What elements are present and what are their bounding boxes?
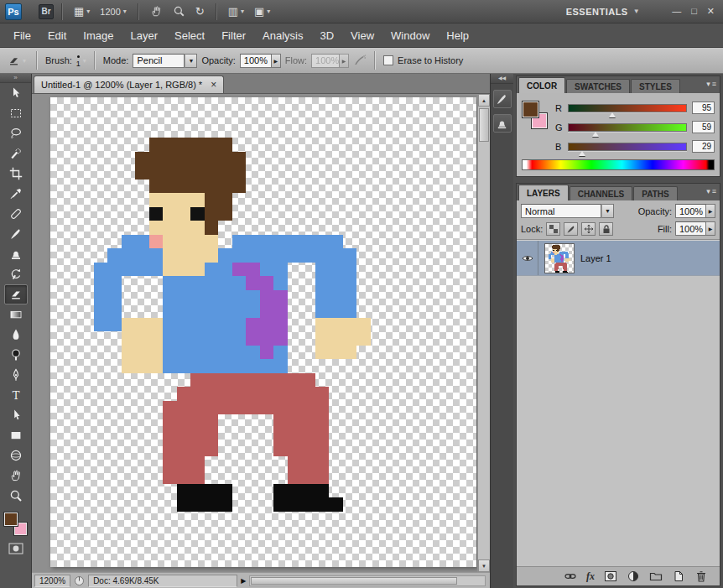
horizontal-scroll-thumb[interactable] [251, 577, 457, 585]
close-button[interactable]: ✕ [707, 6, 715, 17]
clone-source-panel-button[interactable] [493, 114, 512, 133]
minimize-button[interactable]: — [672, 6, 681, 17]
quick-mask-button[interactable] [8, 543, 23, 554]
toolbox-header[interactable]: » [0, 74, 31, 83]
brush-preset-picker[interactable]: 1 ▾ [76, 54, 86, 67]
vertical-scrollbar[interactable]: ▲ ▼ [477, 94, 490, 572]
erase-to-history-checkbox[interactable] [383, 55, 393, 65]
lock-pixels-button[interactable] [564, 222, 578, 236]
green-slider-thumb[interactable] [592, 132, 599, 137]
close-icon[interactable]: × [211, 81, 216, 89]
menu-analysis[interactable]: Analysis [254, 23, 311, 47]
arrange-documents-button[interactable]: ▥ ▾ [225, 4, 247, 18]
green-value-field[interactable]: 59 [692, 121, 715, 133]
add-layer-mask-icon[interactable] [604, 570, 617, 583]
layers-opacity-field[interactable]: 100% [675, 204, 706, 218]
tab-styles[interactable]: STYLES [631, 79, 680, 93]
eraser-tool[interactable] [4, 284, 28, 304]
red-slider[interactable] [568, 104, 687, 112]
menu-image[interactable]: Image [75, 23, 122, 47]
fill-spinner-arrow[interactable]: ▶ [706, 221, 715, 236]
menu-layer[interactable]: Layer [122, 23, 167, 47]
rectangle-shape-tool[interactable] [4, 425, 28, 445]
3d-rotate-tool[interactable] [4, 445, 28, 466]
opacity-spinner-arrow[interactable]: ▶ [272, 54, 281, 68]
eyedropper-tool[interactable] [4, 184, 28, 204]
fill-field[interactable]: 100% [675, 221, 706, 236]
blend-mode-select[interactable]: Normal [521, 204, 601, 218]
red-value-field[interactable]: 95 [692, 101, 715, 114]
layer-style-fx-icon[interactable]: fx [586, 570, 595, 583]
pen-tool[interactable] [4, 365, 28, 385]
screen-mode-button[interactable]: ▣ ▾ [251, 4, 273, 18]
scroll-up-button[interactable]: ▲ [478, 94, 490, 107]
move-tool[interactable] [4, 83, 28, 103]
layer-list[interactable]: Layer 1 [517, 241, 720, 566]
layer-visibility-toggle[interactable] [517, 241, 538, 275]
zoom-level-control[interactable]: 1200 ▾ [96, 5, 130, 18]
layer-name[interactable]: Layer 1 [580, 253, 611, 263]
canvas[interactable] [50, 97, 476, 567]
color-spectrum-bar[interactable] [522, 159, 715, 170]
lasso-tool[interactable] [4, 123, 28, 143]
gradient-tool[interactable] [4, 304, 28, 325]
menu-select[interactable]: Select [166, 23, 213, 47]
tool-preset-picker[interactable]: ▾ [5, 54, 29, 68]
blur-tool[interactable] [4, 325, 28, 345]
tab-paths[interactable]: PATHS [633, 186, 677, 200]
rotate-angle-indicator-icon[interactable] [74, 575, 85, 586]
spot-healing-brush-tool[interactable] [4, 204, 28, 224]
mode-select-arrow[interactable]: ▼ [185, 54, 197, 68]
type-tool[interactable]: T [4, 385, 28, 405]
menu-window[interactable]: Window [382, 23, 438, 47]
lock-position-button[interactable] [581, 222, 596, 236]
lock-transparency-button[interactable] [546, 222, 560, 236]
crop-tool[interactable] [4, 164, 28, 184]
hand-tool-button[interactable] [147, 3, 166, 19]
workspace-switcher[interactable]: ESSENTIALS ▼ [566, 7, 641, 17]
pixel-art-character[interactable] [80, 138, 385, 512]
status-zoom-field[interactable]: 1200% [34, 575, 70, 587]
vertical-scroll-thumb[interactable] [479, 108, 489, 142]
horizontal-scrollbar[interactable] [249, 575, 486, 586]
adjustment-layer-icon[interactable] [627, 570, 640, 583]
menu-help[interactable]: Help [438, 23, 477, 47]
layers-opacity-spinner-arrow[interactable]: ▶ [706, 204, 715, 218]
red-slider-thumb[interactable] [609, 112, 616, 117]
zoom-tool-button[interactable] [169, 3, 189, 19]
brush-tool[interactable] [4, 224, 28, 244]
color-panel-menu-icon[interactable]: ▾≡ [706, 80, 716, 88]
quick-selection-tool[interactable] [4, 143, 28, 164]
delete-layer-icon[interactable] [694, 570, 708, 583]
status-flyout-arrow[interactable]: ▶ [241, 577, 246, 585]
mode-select[interactable]: Pencil [133, 54, 185, 68]
menu-view[interactable]: View [342, 23, 382, 47]
path-selection-tool[interactable] [4, 405, 28, 425]
new-group-icon[interactable] [649, 570, 663, 583]
tab-swatches[interactable]: SWATCHES [566, 79, 630, 93]
tab-channels[interactable]: CHANNELS [570, 186, 633, 200]
lock-all-button[interactable] [599, 222, 613, 236]
clone-stamp-tool[interactable] [4, 244, 28, 264]
tab-layers[interactable]: LAYERS [518, 185, 569, 200]
history-brush-tool[interactable] [4, 264, 28, 284]
rotate-view-button[interactable]: ↻ [192, 4, 208, 18]
zoom-tool[interactable] [4, 486, 28, 506]
tab-color[interactable]: COLOR [518, 77, 565, 93]
blue-value-field[interactable]: 29 [692, 140, 715, 153]
blend-mode-select-arrow[interactable]: ▼ [601, 204, 614, 218]
green-slider[interactable] [568, 123, 687, 132]
menu-filter[interactable]: Filter [213, 23, 254, 47]
vertical-scroll-track[interactable] [478, 107, 490, 559]
launch-bridge-button[interactable]: Br [39, 4, 54, 19]
menu-file[interactable]: File [5, 23, 39, 47]
dodge-tool[interactable] [4, 345, 28, 365]
link-layers-icon[interactable] [564, 570, 577, 583]
hand-tool[interactable] [4, 466, 28, 486]
maximize-button[interactable]: □ [691, 6, 697, 17]
layers-panel-menu-icon[interactable]: ▾≡ [706, 187, 716, 195]
menu-edit[interactable]: Edit [39, 23, 75, 47]
expand-dock-button[interactable]: ◀◀ [491, 74, 513, 84]
document-tab[interactable]: Untitled-1 @ 1200% (Layer 1, RGB/8) * × [34, 75, 224, 93]
blue-slider-thumb[interactable] [579, 151, 585, 156]
